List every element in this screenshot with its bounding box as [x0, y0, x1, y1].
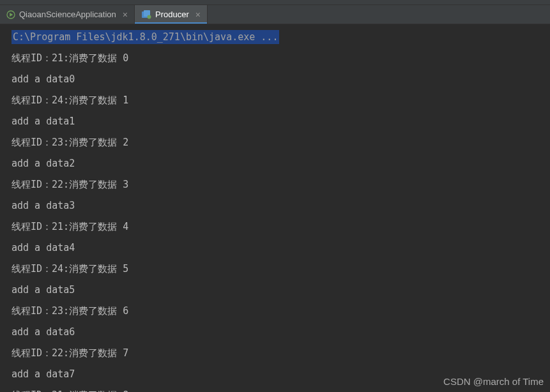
- tab-producer[interactable]: Producer ×: [135, 5, 208, 24]
- console-line: 线程ID：23:消费了数据 2: [11, 132, 550, 153]
- console-line: add a data4: [11, 237, 550, 259]
- watermark-text: CSDN @march of Time: [443, 376, 544, 387]
- console-line: 线程ID：21:消费了数据 4: [11, 216, 550, 237]
- console-header-selected[interactable]: C:\Program Files\jdk1.8.0_271\bin\java.e…: [11, 30, 279, 44]
- console-output[interactable]: C:\Program Files\jdk1.8.0_271\bin\java.e…: [0, 24, 550, 392]
- tab-label: QiaoanScienceApplication: [19, 10, 116, 19]
- window-top-strip: [0, 0, 550, 5]
- run-tabs-bar: QiaoanScienceApplication × Producer ×: [0, 5, 550, 24]
- console-line: add a data2: [11, 153, 550, 174]
- close-icon[interactable]: ×: [195, 10, 201, 19]
- class-icon: [141, 10, 151, 19]
- console-line: 线程ID：24:消费了数据 5: [11, 259, 550, 280]
- console-line: add a data0: [11, 69, 550, 90]
- console-line: add a data3: [11, 195, 550, 216]
- console-line: 线程ID：22:消费了数据 3: [11, 174, 550, 195]
- close-icon[interactable]: ×: [123, 10, 128, 19]
- svg-marker-1: [10, 13, 13, 17]
- console-line: 线程ID：22:消费了数据 7: [11, 343, 550, 364]
- console-line: 线程ID：23:消费了数据 6: [11, 301, 550, 322]
- run-config-icon: [6, 10, 15, 19]
- console-line: 线程ID：21:消费了数据 0: [11, 48, 550, 69]
- console-line: add a data5: [11, 280, 550, 301]
- console-line: add a data6: [11, 322, 550, 343]
- console-line: add a data1: [11, 111, 550, 132]
- tab-qiaoan-science-application[interactable]: QiaoanScienceApplication ×: [0, 5, 135, 24]
- tab-label: Producer: [155, 10, 189, 19]
- svg-point-4: [147, 15, 151, 19]
- console-line: 线程ID：24:消费了数据 1: [11, 90, 550, 111]
